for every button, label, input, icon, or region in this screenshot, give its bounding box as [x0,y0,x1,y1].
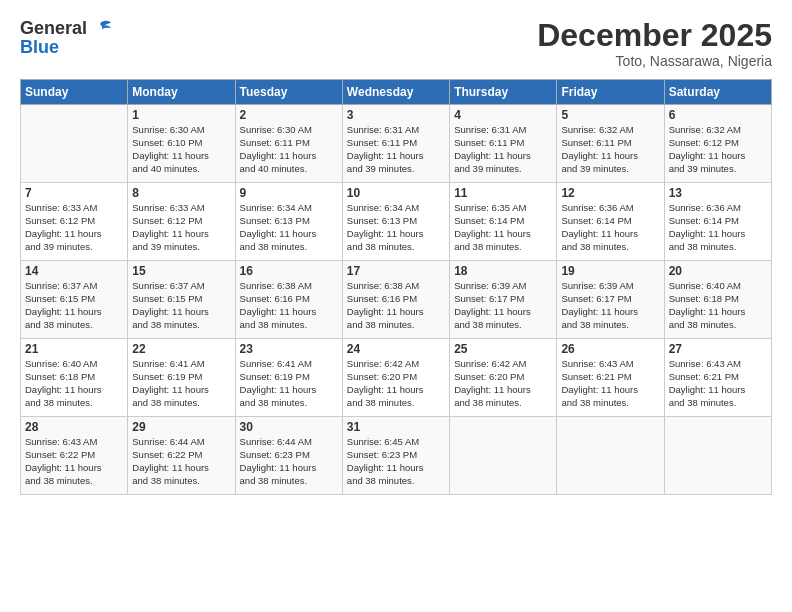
day-info: Sunrise: 6:33 AMSunset: 6:12 PMDaylight:… [132,202,230,253]
table-row: 28Sunrise: 6:43 AMSunset: 6:22 PMDayligh… [21,417,128,495]
table-row: 20Sunrise: 6:40 AMSunset: 6:18 PMDayligh… [664,261,771,339]
calendar-row-4: 21Sunrise: 6:40 AMSunset: 6:18 PMDayligh… [21,339,772,417]
day-info: Sunrise: 6:45 AMSunset: 6:23 PMDaylight:… [347,436,445,487]
day-number: 21 [25,342,123,356]
day-number: 20 [669,264,767,278]
table-row: 27Sunrise: 6:43 AMSunset: 6:21 PMDayligh… [664,339,771,417]
calendar-row-5: 28Sunrise: 6:43 AMSunset: 6:22 PMDayligh… [21,417,772,495]
day-info: Sunrise: 6:44 AMSunset: 6:23 PMDaylight:… [240,436,338,487]
day-info: Sunrise: 6:36 AMSunset: 6:14 PMDaylight:… [669,202,767,253]
day-number: 14 [25,264,123,278]
day-number: 8 [132,186,230,200]
day-info: Sunrise: 6:30 AMSunset: 6:10 PMDaylight:… [132,124,230,175]
day-number: 3 [347,108,445,122]
day-info: Sunrise: 6:32 AMSunset: 6:12 PMDaylight:… [669,124,767,175]
table-row: 30Sunrise: 6:44 AMSunset: 6:23 PMDayligh… [235,417,342,495]
day-info: Sunrise: 6:38 AMSunset: 6:16 PMDaylight:… [347,280,445,331]
logo-bird-icon [89,20,111,38]
day-info: Sunrise: 6:31 AMSunset: 6:11 PMDaylight:… [454,124,552,175]
table-row: 1Sunrise: 6:30 AMSunset: 6:10 PMDaylight… [128,105,235,183]
day-number: 2 [240,108,338,122]
day-info: Sunrise: 6:43 AMSunset: 6:21 PMDaylight:… [669,358,767,409]
col-thursday: Thursday [450,80,557,105]
day-number: 22 [132,342,230,356]
day-number: 31 [347,420,445,434]
day-info: Sunrise: 6:37 AMSunset: 6:15 PMDaylight:… [132,280,230,331]
table-row [664,417,771,495]
day-info: Sunrise: 6:35 AMSunset: 6:14 PMDaylight:… [454,202,552,253]
title-area: December 2025 Toto, Nassarawa, Nigeria [537,18,772,69]
table-row: 8Sunrise: 6:33 AMSunset: 6:12 PMDaylight… [128,183,235,261]
table-row: 6Sunrise: 6:32 AMSunset: 6:12 PMDaylight… [664,105,771,183]
table-row [21,105,128,183]
location-text: Toto, Nassarawa, Nigeria [537,53,772,69]
table-row: 25Sunrise: 6:42 AMSunset: 6:20 PMDayligh… [450,339,557,417]
logo: General Blue [20,18,111,58]
col-friday: Friday [557,80,664,105]
table-row: 21Sunrise: 6:40 AMSunset: 6:18 PMDayligh… [21,339,128,417]
day-number: 27 [669,342,767,356]
month-title: December 2025 [537,18,772,53]
table-row: 13Sunrise: 6:36 AMSunset: 6:14 PMDayligh… [664,183,771,261]
day-info: Sunrise: 6:31 AMSunset: 6:11 PMDaylight:… [347,124,445,175]
day-number: 15 [132,264,230,278]
day-number: 1 [132,108,230,122]
table-row: 10Sunrise: 6:34 AMSunset: 6:13 PMDayligh… [342,183,449,261]
day-number: 4 [454,108,552,122]
day-info: Sunrise: 6:42 AMSunset: 6:20 PMDaylight:… [454,358,552,409]
calendar-page: General Blue December 2025 Toto, Nassara… [0,0,792,612]
day-info: Sunrise: 6:34 AMSunset: 6:13 PMDaylight:… [240,202,338,253]
logo-blue-text: Blue [20,37,111,58]
day-number: 30 [240,420,338,434]
col-wednesday: Wednesday [342,80,449,105]
day-number: 24 [347,342,445,356]
table-row: 23Sunrise: 6:41 AMSunset: 6:19 PMDayligh… [235,339,342,417]
day-info: Sunrise: 6:43 AMSunset: 6:21 PMDaylight:… [561,358,659,409]
table-row: 29Sunrise: 6:44 AMSunset: 6:22 PMDayligh… [128,417,235,495]
logo-general-text: General [20,18,87,39]
day-number: 6 [669,108,767,122]
table-row: 26Sunrise: 6:43 AMSunset: 6:21 PMDayligh… [557,339,664,417]
table-row: 2Sunrise: 6:30 AMSunset: 6:11 PMDaylight… [235,105,342,183]
day-info: Sunrise: 6:36 AMSunset: 6:14 PMDaylight:… [561,202,659,253]
table-row: 22Sunrise: 6:41 AMSunset: 6:19 PMDayligh… [128,339,235,417]
day-info: Sunrise: 6:38 AMSunset: 6:16 PMDaylight:… [240,280,338,331]
day-number: 26 [561,342,659,356]
day-info: Sunrise: 6:40 AMSunset: 6:18 PMDaylight:… [25,358,123,409]
col-tuesday: Tuesday [235,80,342,105]
table-row: 11Sunrise: 6:35 AMSunset: 6:14 PMDayligh… [450,183,557,261]
day-info: Sunrise: 6:42 AMSunset: 6:20 PMDaylight:… [347,358,445,409]
calendar-row-2: 7Sunrise: 6:33 AMSunset: 6:12 PMDaylight… [21,183,772,261]
day-number: 23 [240,342,338,356]
col-monday: Monday [128,80,235,105]
day-info: Sunrise: 6:30 AMSunset: 6:11 PMDaylight:… [240,124,338,175]
day-number: 28 [25,420,123,434]
day-info: Sunrise: 6:39 AMSunset: 6:17 PMDaylight:… [454,280,552,331]
table-row: 17Sunrise: 6:38 AMSunset: 6:16 PMDayligh… [342,261,449,339]
table-row: 24Sunrise: 6:42 AMSunset: 6:20 PMDayligh… [342,339,449,417]
day-info: Sunrise: 6:37 AMSunset: 6:15 PMDaylight:… [25,280,123,331]
table-row: 4Sunrise: 6:31 AMSunset: 6:11 PMDaylight… [450,105,557,183]
day-number: 16 [240,264,338,278]
day-number: 10 [347,186,445,200]
table-row: 12Sunrise: 6:36 AMSunset: 6:14 PMDayligh… [557,183,664,261]
day-info: Sunrise: 6:41 AMSunset: 6:19 PMDaylight:… [132,358,230,409]
day-info: Sunrise: 6:34 AMSunset: 6:13 PMDaylight:… [347,202,445,253]
table-row: 3Sunrise: 6:31 AMSunset: 6:11 PMDaylight… [342,105,449,183]
day-number: 17 [347,264,445,278]
calendar-row-1: 1Sunrise: 6:30 AMSunset: 6:10 PMDaylight… [21,105,772,183]
table-row: 31Sunrise: 6:45 AMSunset: 6:23 PMDayligh… [342,417,449,495]
day-number: 25 [454,342,552,356]
table-row: 14Sunrise: 6:37 AMSunset: 6:15 PMDayligh… [21,261,128,339]
col-sunday: Sunday [21,80,128,105]
day-info: Sunrise: 6:44 AMSunset: 6:22 PMDaylight:… [132,436,230,487]
day-info: Sunrise: 6:40 AMSunset: 6:18 PMDaylight:… [669,280,767,331]
day-number: 29 [132,420,230,434]
table-row: 9Sunrise: 6:34 AMSunset: 6:13 PMDaylight… [235,183,342,261]
table-row: 15Sunrise: 6:37 AMSunset: 6:15 PMDayligh… [128,261,235,339]
header-row: Sunday Monday Tuesday Wednesday Thursday… [21,80,772,105]
table-row [557,417,664,495]
header: General Blue December 2025 Toto, Nassara… [20,18,772,69]
table-row: 7Sunrise: 6:33 AMSunset: 6:12 PMDaylight… [21,183,128,261]
table-row [450,417,557,495]
